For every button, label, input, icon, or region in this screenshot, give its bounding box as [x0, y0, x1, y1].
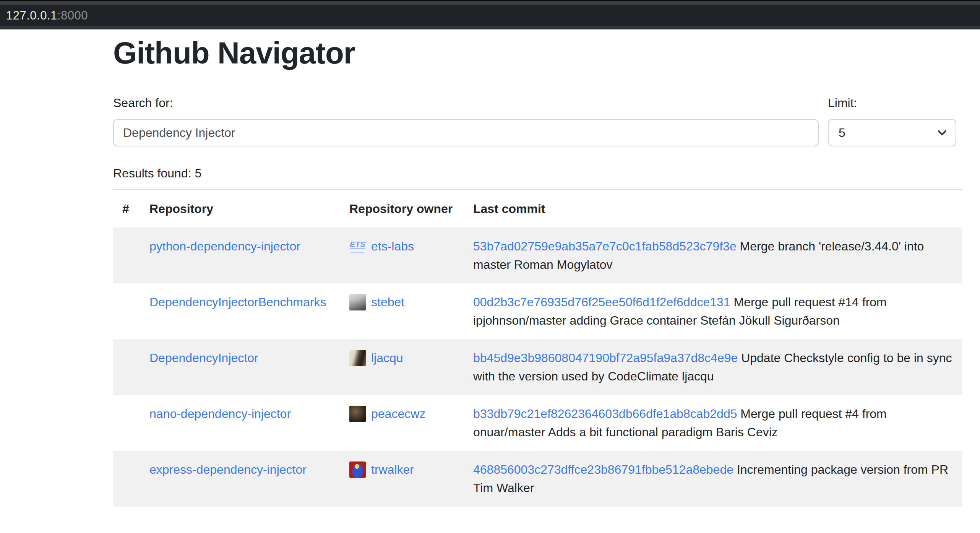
row-number-cell	[113, 395, 140, 451]
url-port: :8000	[57, 9, 88, 23]
owner-cell: ljacqu	[340, 339, 464, 395]
owner-avatar	[349, 461, 366, 478]
owner-cell: stebet	[340, 283, 464, 339]
row-number-cell	[113, 451, 140, 507]
commit-hash-link[interactable]: 53b7ad02759e9ab35a7e7c0c1fab58d523c79f3e	[473, 239, 737, 253]
commit-hash-link[interactable]: bb45d9e3b98608047190bf72a95fa9a37d8c4e9e	[473, 351, 738, 365]
limit-group: Limit: 5	[828, 94, 956, 146]
search-group: Search for:	[113, 94, 819, 146]
chrome-bottom-band	[0, 26, 980, 29]
table-row: DependencyInjector ljacqu bb45d9e3b98608…	[113, 339, 962, 395]
limit-select[interactable]: 5	[828, 119, 956, 146]
owner-link[interactable]: ljacqu	[371, 351, 403, 365]
owner-link[interactable]: ets-labs	[371, 239, 414, 253]
results-table-body: python-dependency-injector ETSets-labs 5…	[113, 227, 962, 507]
search-form: Search for: Limit: 5	[113, 94, 962, 146]
table-row: express-dependency-injector trwalker 468…	[113, 451, 962, 507]
results-table-head: # Repository Repository owner Last commi…	[113, 190, 962, 227]
browser-chrome: 127.0.0.1:8000	[0, 0, 980, 29]
last-commit-cell: bb45d9e3b98608047190bf72a95fa9a37d8c4e9e…	[464, 339, 962, 395]
repository-cell: python-dependency-injector	[140, 227, 340, 283]
results-table: # Repository Repository owner Last commi…	[113, 189, 962, 507]
table-row: python-dependency-injector ETSets-labs 5…	[113, 227, 962, 283]
page-content: Github Navigator Search for: Limit: 5 Re…	[0, 35, 980, 507]
browser-url-bar[interactable]: 127.0.0.1:8000	[0, 5, 980, 26]
last-commit-cell: 00d2b3c7e76935d76f25ee50f6d1f2ef6ddce131…	[464, 283, 962, 339]
column-header-owner: Repository owner	[340, 190, 464, 227]
row-number-cell	[113, 283, 140, 339]
repository-link[interactable]: python-dependency-injector	[149, 239, 300, 253]
search-input[interactable]	[113, 119, 819, 146]
column-header-number: #	[113, 190, 140, 227]
owner-link[interactable]: stebet	[371, 295, 404, 309]
page-title: Github Navigator	[113, 35, 962, 72]
results-count: Results found: 5	[113, 164, 962, 182]
table-row: DependencyInjectorBenchmarks stebet 00d2…	[113, 283, 962, 339]
row-number-cell	[113, 339, 140, 395]
commit-hash-link[interactable]: 00d2b3c7e76935d76f25ee50f6d1f2ef6ddce131	[473, 295, 730, 309]
owner-avatar	[349, 294, 366, 310]
owner-avatar	[349, 350, 366, 366]
commit-hash-link[interactable]: 468856003c273dffce23b86791fbbe512a8ebede	[473, 463, 733, 476]
column-header-last-commit: Last commit	[464, 190, 962, 227]
last-commit-cell: 468856003c273dffce23b86791fbbe512a8ebede…	[464, 451, 962, 507]
commit-hash-link[interactable]: b33db79c21ef8262364603db66dfe1ab8cab2dd5	[473, 407, 737, 421]
table-row: nano-dependency-injector peacecwz b33db7…	[113, 395, 962, 451]
last-commit-cell: b33db79c21ef8262364603db66dfe1ab8cab2dd5…	[464, 395, 962, 451]
repository-cell: DependencyInjector	[140, 339, 340, 395]
repository-link[interactable]: DependencyInjector	[149, 351, 258, 365]
repository-link[interactable]: nano-dependency-injector	[149, 407, 291, 421]
repository-cell: DependencyInjectorBenchmarks	[140, 283, 340, 339]
last-commit-cell: 53b7ad02759e9ab35a7e7c0c1fab58d523c79f3e…	[464, 227, 962, 283]
repository-cell: nano-dependency-injector	[140, 395, 340, 451]
chrome-tab-strip	[0, 1, 980, 5]
limit-label: Limit:	[828, 94, 956, 112]
owner-link[interactable]: trwalker	[371, 463, 414, 476]
column-header-repository: Repository	[140, 190, 340, 227]
repository-link[interactable]: express-dependency-injector	[149, 463, 307, 476]
owner-avatar	[349, 406, 366, 422]
repository-link[interactable]: DependencyInjectorBenchmarks	[149, 295, 326, 309]
search-label: Search for:	[113, 94, 819, 112]
owner-link[interactable]: peacecwz	[371, 407, 425, 421]
owner-avatar: ETS	[349, 238, 366, 255]
url-host: 127.0.0.1	[6, 9, 57, 23]
row-number-cell	[113, 227, 140, 283]
repository-cell: express-dependency-injector	[140, 451, 340, 507]
owner-cell: peacecwz	[340, 395, 464, 451]
owner-cell: ETSets-labs	[340, 227, 464, 283]
owner-cell: trwalker	[340, 451, 464, 507]
